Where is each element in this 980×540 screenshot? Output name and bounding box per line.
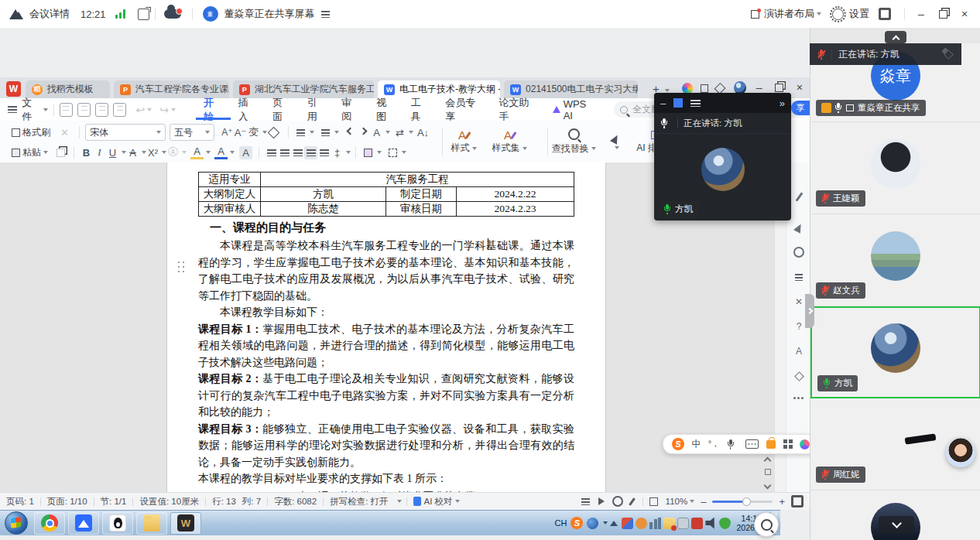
taskbar-wps-button[interactable]: W bbox=[170, 512, 201, 535]
settings-button[interactable]: 设置 bbox=[832, 7, 869, 21]
document-page[interactable]: 适用专业 汽车服务工程 大纲制定人 方凯 制定日期 2024.2.22 大纲审核… bbox=[167, 162, 605, 492]
decrease-font-icon[interactable]: A⁻ bbox=[234, 126, 247, 139]
style-set-button[interactable]: A样式集 bbox=[486, 124, 533, 159]
note-icon[interactable] bbox=[793, 271, 805, 283]
cell[interactable]: 制定日期 bbox=[385, 187, 457, 202]
clear-format-icon[interactable] bbox=[264, 123, 283, 142]
ime-emoji-grid-icon[interactable] bbox=[783, 439, 793, 449]
minimize-button[interactable]: – bbox=[910, 4, 932, 24]
web-view-icon[interactable] bbox=[612, 496, 623, 507]
collapse-videos-button[interactable] bbox=[885, 31, 906, 43]
assistant-avatar-bubble[interactable] bbox=[946, 438, 975, 467]
cell[interactable]: 汽车服务工程 bbox=[261, 173, 574, 187]
taskbar-explorer-button[interactable] bbox=[136, 512, 167, 535]
more-tools-icon[interactable] bbox=[793, 391, 805, 404]
select-tool-button[interactable] bbox=[602, 124, 629, 159]
sharer-menu-icon[interactable] bbox=[321, 11, 330, 18]
read-mode-icon[interactable] bbox=[598, 497, 605, 505]
menu-member[interactable]: 会员专享 bbox=[437, 99, 491, 120]
start-button[interactable] bbox=[5, 511, 28, 535]
numbered-list-icon[interactable] bbox=[319, 126, 332, 139]
menu-wps-ai[interactable]: WPS AI bbox=[545, 99, 604, 120]
tray-show-hidden-icon[interactable] bbox=[610, 521, 618, 526]
panel-layout-icon[interactable] bbox=[673, 98, 683, 108]
file-menu[interactable]: 文件 bbox=[22, 96, 41, 124]
sidebar-handle[interactable] bbox=[805, 294, 814, 328]
copy-icon[interactable] bbox=[54, 146, 67, 159]
meeting-detail-link[interactable]: 会议详情 bbox=[29, 7, 70, 21]
panel-collapse-icon[interactable]: » bbox=[780, 97, 785, 109]
fullscreen-icon[interactable] bbox=[879, 8, 891, 20]
paste-button[interactable]: 粘贴 bbox=[6, 145, 51, 161]
tray-help-icon[interactable] bbox=[587, 518, 598, 529]
tray-network-icon[interactable] bbox=[649, 518, 661, 529]
ime-store-icon[interactable] bbox=[766, 440, 776, 449]
redo-icon[interactable]: ↪ bbox=[159, 104, 169, 116]
tray-clipboard-icon[interactable] bbox=[677, 518, 689, 529]
tab-list-dropdown[interactable] bbox=[665, 89, 670, 92]
magnifier-float-button[interactable] bbox=[754, 512, 779, 537]
distribute-icon[interactable] bbox=[317, 146, 331, 159]
print-icon[interactable] bbox=[95, 103, 108, 117]
underline-button[interactable]: U bbox=[106, 146, 119, 159]
menu-reference[interactable]: 引用 bbox=[300, 99, 334, 120]
find-replace-button[interactable]: 查找替换 bbox=[548, 124, 599, 159]
italic-button[interactable]: I bbox=[93, 146, 106, 159]
menu-view[interactable]: 视图 bbox=[368, 99, 403, 120]
ime-voice-icon[interactable] bbox=[727, 439, 735, 449]
pointer-icon[interactable] bbox=[793, 221, 805, 234]
hamburger-icon[interactable] bbox=[8, 106, 17, 113]
format-painter-button[interactable]: 格式刷 bbox=[6, 125, 53, 141]
ime-mode-toggle[interactable]: 中 bbox=[691, 438, 701, 451]
font-size-select[interactable]: 五号 bbox=[170, 124, 214, 141]
text-direction-icon[interactable]: A bbox=[370, 126, 383, 139]
tray-mini-icon[interactable] bbox=[603, 521, 608, 525]
sort-icon[interactable]: A↓ bbox=[416, 126, 430, 139]
paragraph-drag-handle[interactable] bbox=[176, 260, 186, 272]
favorite-icon[interactable] bbox=[793, 370, 805, 382]
translate-icon[interactable]: A bbox=[793, 345, 805, 357]
increase-indent-icon[interactable] bbox=[357, 126, 370, 139]
edit-pen-icon[interactable] bbox=[793, 190, 805, 203]
cell[interactable]: 大纲审核人 bbox=[199, 202, 261, 217]
export-icon[interactable] bbox=[77, 103, 91, 117]
taskbar-meeting-button[interactable] bbox=[68, 512, 99, 535]
zoom-slider[interactable] bbox=[712, 501, 773, 503]
next-page-icon[interactable] bbox=[764, 482, 772, 490]
char-shading-icon[interactable]: A bbox=[239, 146, 252, 159]
prev-page-icon[interactable] bbox=[764, 457, 772, 465]
close-button[interactable]: × bbox=[954, 4, 975, 24]
menu-home[interactable]: 开始 bbox=[196, 99, 231, 120]
cell[interactable]: 适用专业 bbox=[199, 173, 261, 187]
menu-insert[interactable]: 插入 bbox=[231, 99, 266, 120]
participant-tile[interactable]: 王婕颖 bbox=[810, 122, 980, 214]
menu-tools[interactable]: 工具 bbox=[403, 99, 438, 120]
zoom-in-button[interactable]: + bbox=[779, 496, 785, 508]
line-spacing-icon[interactable]: ‡ bbox=[331, 146, 344, 159]
align-left-icon[interactable] bbox=[265, 146, 278, 159]
shading-icon[interactable] bbox=[362, 146, 375, 159]
share-button-partial[interactable]: 享 bbox=[791, 101, 810, 115]
panel-minimize-icon[interactable]: – bbox=[660, 97, 666, 109]
ime-punct-toggle[interactable]: °， bbox=[708, 439, 719, 449]
cut-icon[interactable]: ✕ bbox=[58, 126, 71, 139]
cell[interactable]: 大纲制定人 bbox=[199, 187, 261, 202]
decrease-indent-icon[interactable] bbox=[344, 126, 357, 139]
panel-video-tile[interactable]: 方凯 bbox=[654, 134, 791, 220]
undo-icon[interactable]: ↩ bbox=[135, 104, 145, 116]
cut-tool-icon[interactable]: ✕ bbox=[793, 296, 805, 308]
asian-layout-icon[interactable]: ⇄ bbox=[393, 126, 406, 139]
zoom-value[interactable]: 110% bbox=[666, 497, 688, 506]
styles-button[interactable]: A样式 bbox=[443, 124, 485, 159]
font-color-icon[interactable]: A bbox=[214, 146, 228, 159]
menu-page[interactable]: 页面 bbox=[265, 99, 300, 120]
wps-close-button[interactable]: × bbox=[790, 79, 810, 96]
print-preview-icon[interactable] bbox=[113, 103, 126, 117]
sogou-logo-icon[interactable]: S bbox=[672, 438, 684, 450]
workbench-icon[interactable] bbox=[701, 84, 708, 93]
font-name-select[interactable]: 宋体 bbox=[85, 124, 166, 141]
superscript-button[interactable]: X² bbox=[146, 146, 159, 159]
tray-messenger-icon[interactable] bbox=[636, 518, 647, 529]
doc-fullscreen-icon[interactable] bbox=[791, 495, 804, 508]
bold-button[interactable]: B bbox=[80, 146, 93, 159]
